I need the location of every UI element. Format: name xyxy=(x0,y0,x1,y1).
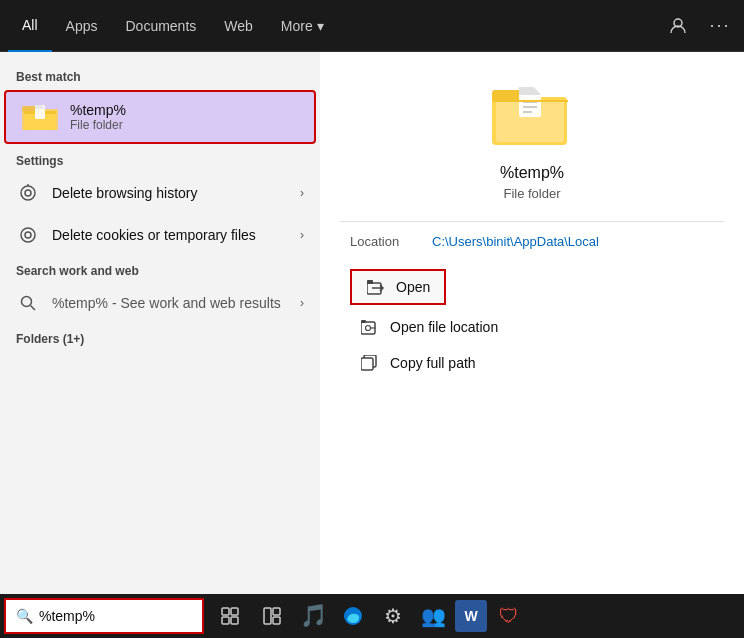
top-navigation: All Apps Documents Web More ▾ ··· xyxy=(0,0,744,52)
tab-apps[interactable]: Apps xyxy=(52,0,112,52)
svg-point-11 xyxy=(22,297,32,307)
meta-label: Location xyxy=(350,234,420,249)
divider xyxy=(340,221,724,222)
delete-cookies-item[interactable]: Delete cookies or temporary files › xyxy=(0,214,320,256)
action-list: Open Open file location xyxy=(340,269,724,381)
delete-browsing-history-item[interactable]: Delete browsing history › xyxy=(0,172,320,214)
user-icon[interactable] xyxy=(662,10,694,42)
left-panel: Best match %temp% File folder Settings xyxy=(0,52,320,594)
taskbar: 🔍 %temp% 🎵 ⚙ 👥 W 🛡 xyxy=(0,594,744,638)
search-bar-icon: 🔍 xyxy=(16,608,33,624)
svg-point-6 xyxy=(21,186,35,200)
settings-icon-1 xyxy=(16,181,40,205)
open-icon xyxy=(366,277,386,297)
meta-value[interactable]: C:\Users\binit\AppData\Local xyxy=(432,234,599,249)
arrow-icon-1: › xyxy=(300,186,304,200)
file-location-icon xyxy=(360,317,380,337)
svg-rect-29 xyxy=(222,617,229,624)
settings-taskbar-icon[interactable]: ⚙ xyxy=(375,598,411,634)
preview-folder-icon xyxy=(492,82,572,152)
svg-rect-28 xyxy=(231,608,238,615)
folder-icon xyxy=(22,102,58,132)
svg-rect-32 xyxy=(273,608,280,615)
copy-path-icon xyxy=(360,353,380,373)
best-match-title: %temp% xyxy=(70,102,126,118)
svg-rect-21 xyxy=(367,280,373,284)
best-match-label: Best match xyxy=(0,62,320,88)
delete-cookies-label: Delete cookies or temporary files xyxy=(52,227,300,243)
svg-rect-33 xyxy=(273,617,280,624)
svg-point-10 xyxy=(25,232,31,238)
settings-label: Settings xyxy=(0,146,320,172)
best-match-text: %temp% File folder xyxy=(70,102,126,132)
open-label: Open xyxy=(396,279,430,295)
search-icon xyxy=(16,291,40,315)
svg-rect-30 xyxy=(231,617,238,624)
search-input[interactable]: %temp% xyxy=(39,608,192,624)
search-web-item[interactable]: %temp% - See work and web results › xyxy=(0,282,320,324)
teams-taskbar-icon[interactable]: 👥 xyxy=(415,598,451,634)
edge-taskbar-icon[interactable] xyxy=(335,598,371,634)
copy-full-path-action[interactable]: Copy full path xyxy=(350,345,714,381)
delete-browsing-label: Delete browsing history xyxy=(52,185,300,201)
svg-rect-23 xyxy=(361,320,366,323)
main-content: Best match %temp% File folder Settings xyxy=(0,52,744,594)
tab-more[interactable]: More ▾ xyxy=(267,0,338,52)
search-bar[interactable]: 🔍 %temp% xyxy=(4,598,204,634)
search-web-text: %temp% - See work and web results xyxy=(52,295,300,311)
settings-icon-2 xyxy=(16,223,40,247)
svg-rect-31 xyxy=(264,608,271,624)
tab-documents[interactable]: Documents xyxy=(111,0,210,52)
svg-point-7 xyxy=(25,190,31,196)
spotify-taskbar-icon[interactable]: 🎵 xyxy=(295,598,331,634)
task-view-button[interactable] xyxy=(210,596,250,636)
search-web-label: Search work and web xyxy=(0,256,320,282)
svg-point-24 xyxy=(366,326,371,331)
arrow-icon-2: › xyxy=(300,228,304,242)
svg-rect-27 xyxy=(222,608,229,615)
open-action[interactable]: Open xyxy=(350,269,446,305)
more-options-icon[interactable]: ··· xyxy=(704,10,736,42)
open-file-location-action[interactable]: Open file location xyxy=(350,309,714,345)
meta-row: Location C:\Users\binit\AppData\Local xyxy=(340,234,724,249)
preview-subtitle: File folder xyxy=(503,186,560,201)
word-taskbar-icon[interactable]: W xyxy=(455,600,487,632)
arrow-icon-3: › xyxy=(300,296,304,310)
security-taskbar-icon[interactable]: 🛡 xyxy=(491,598,527,634)
preview-title: %temp% xyxy=(500,164,564,182)
tab-all[interactable]: All xyxy=(8,0,52,52)
svg-rect-26 xyxy=(361,358,373,370)
copy-full-path-label: Copy full path xyxy=(390,355,476,371)
folders-label: Folders (1+) xyxy=(0,324,320,350)
best-match-item[interactable]: %temp% File folder xyxy=(4,90,316,144)
nav-icons: ··· xyxy=(662,10,736,42)
tab-web[interactable]: Web xyxy=(210,0,267,52)
svg-line-12 xyxy=(31,306,36,311)
svg-point-9 xyxy=(21,228,35,242)
best-match-subtitle: File folder xyxy=(70,118,126,132)
open-file-location-label: Open file location xyxy=(390,319,498,335)
right-panel: %temp% File folder Location C:\Users\bin… xyxy=(320,52,744,594)
widgets-button[interactable] xyxy=(252,596,292,636)
